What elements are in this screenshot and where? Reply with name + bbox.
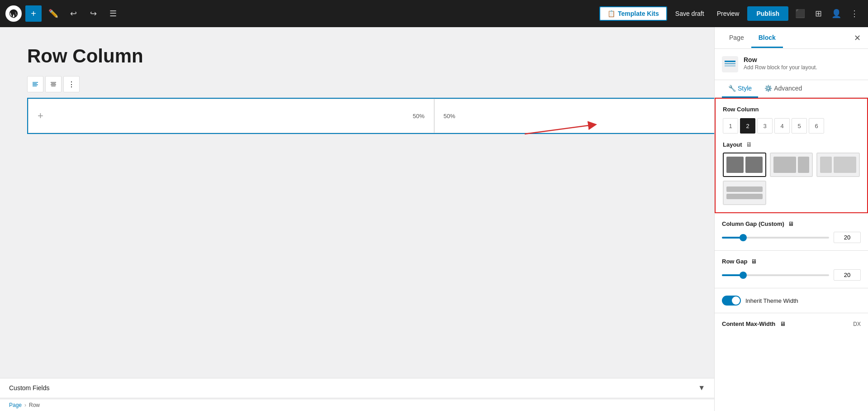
content-max-width-label: Content Max-Width [722,320,775,327]
breadcrumb-row-label: Row [29,402,40,408]
breadcrumb-page-link[interactable]: Page [9,402,22,408]
list-view-button[interactable]: ☰ [105,5,121,22]
inherit-theme-width-toggle[interactable] [722,296,741,306]
custom-fields-label: Custom Fields [9,384,49,392]
col2-percent: 50% [444,113,455,119]
column-gap-label: Column Gap (Custom) [722,220,784,227]
row-gap-section: Row Gap 🖥 [715,251,868,288]
add-block-button[interactable]: + [25,5,42,22]
row-gap-label: Row Gap [722,258,747,265]
align-left-button[interactable] [27,76,43,92]
column-count-row: 1 2 3 4 5 6 [723,118,860,134]
svg-rect-5 [51,83,55,84]
content-max-responsive-icon: 🖥 [780,320,786,327]
column-gap-slider[interactable] [722,237,829,239]
sidebar-header: Page Block ✕ [715,27,868,49]
publish-button[interactable]: Publish [747,6,788,21]
preview-button[interactable]: Preview [712,7,744,20]
style-tab[interactable]: 🔧 Style [722,80,758,98]
block-desc-label: Add Row block for your layout. [744,64,817,71]
style-advanced-tabs: 🔧 Style ⚙️ Advanced [715,80,868,98]
sidebar: Page Block ✕ Row Add Row block for your … [714,27,868,411]
options-button[interactable]: ⋮ [846,5,863,22]
svg-rect-7 [51,86,55,86]
col-count-4[interactable]: 4 [774,118,790,134]
advanced-tab[interactable]: ⚙️ Advanced [758,80,808,98]
column-gap-input[interactable] [834,232,861,243]
layout-option-2[interactable] [770,153,813,177]
save-draft-button[interactable]: Save draft [671,7,709,20]
wp-logo[interactable] [5,5,22,22]
svg-rect-4 [51,82,56,82]
content-max-unit: DX [853,321,861,327]
edit-icon-button[interactable]: ✏️ [45,5,62,22]
col-count-2[interactable]: 2 [740,118,755,134]
responsive-icon: 🖥 [746,141,752,148]
breadcrumb: Page › Row [0,399,714,411]
block-name-label: Row [744,56,817,63]
sidebar-close-button[interactable]: ✕ [854,33,861,43]
page-tab[interactable]: Page [722,29,751,48]
block-tab[interactable]: Block [751,29,783,48]
template-kits-button[interactable]: 📋 Template Kits [599,6,667,21]
column-1[interactable]: + 50% [28,99,434,133]
row-gap-responsive-icon: 🖥 [751,258,757,265]
column-gap-responsive-icon: 🖥 [788,220,794,227]
align-center-button[interactable] [45,76,62,92]
custom-fields-chevron-icon: ▼ [698,384,705,392]
template-kits-label: Template Kits [618,10,659,17]
col-count-3[interactable]: 3 [757,118,773,134]
col1-add-icon[interactable]: + [38,110,43,122]
row-gap-slider[interactable] [722,274,829,276]
layout-label: Layout [723,141,742,148]
style-wrench-icon: 🔧 [728,85,736,92]
more-options-button[interactable]: ⋮ [63,76,80,92]
toggle-knob [732,296,740,305]
redo-button[interactable]: ↪ [85,5,101,22]
col-count-1[interactable]: 1 [723,118,738,134]
template-kits-icon: 📋 [607,10,615,17]
row-column-section: Row Column 1 2 3 4 5 6 Layout 🖥 [715,98,868,213]
svg-rect-3 [33,86,37,86]
col-count-5[interactable]: 5 [792,118,807,134]
row-column-label: Row Column [723,106,860,113]
row-block-icon [722,56,738,72]
col1-percent: 50% [413,113,424,119]
col-count-6[interactable]: 6 [809,118,824,134]
undo-button[interactable]: ↩ [65,5,81,22]
layout-option-3[interactable] [816,153,860,177]
column-gap-section: Column Gap (Custom) 🖥 [715,213,868,251]
layout-option-4[interactable] [723,181,766,205]
breadcrumb-separator: › [24,402,26,408]
inherit-theme-width-row: Inherit Theme Width [715,288,868,313]
inherit-theme-width-label: Inherit Theme Width [745,297,798,304]
svg-rect-0 [33,82,38,82]
layout-option-1[interactable] [723,153,766,177]
content-max-width-row: Content Max-Width 🖥 DX [715,313,868,335]
block-editor-icon-button[interactable]: ⬛ [792,5,808,22]
svg-rect-6 [51,85,56,85]
layout-label-row: Layout 🖥 [723,141,860,148]
advanced-gear-icon: ⚙️ [764,85,772,92]
svg-rect-1 [33,83,37,84]
row-gap-input[interactable] [834,269,861,281]
custom-fields-bar[interactable]: Custom Fields ▼ [0,378,714,397]
svg-rect-12 [725,65,735,67]
svg-rect-10 [725,61,735,62]
main-layout: Row Column ⋮ + 50% 50% + [0,27,868,411]
pattern-icon-button[interactable]: ⊞ [810,5,826,22]
svg-rect-2 [33,85,38,85]
topbar: + ✏️ ↩ ↪ ☰ 📋 Template Kits Save draft Pr… [0,0,868,27]
account-icon-button[interactable]: 👤 [828,5,844,22]
block-info: Row Add Row block for your layout. [715,49,868,80]
svg-rect-11 [725,63,735,64]
layout-grid [723,153,860,205]
